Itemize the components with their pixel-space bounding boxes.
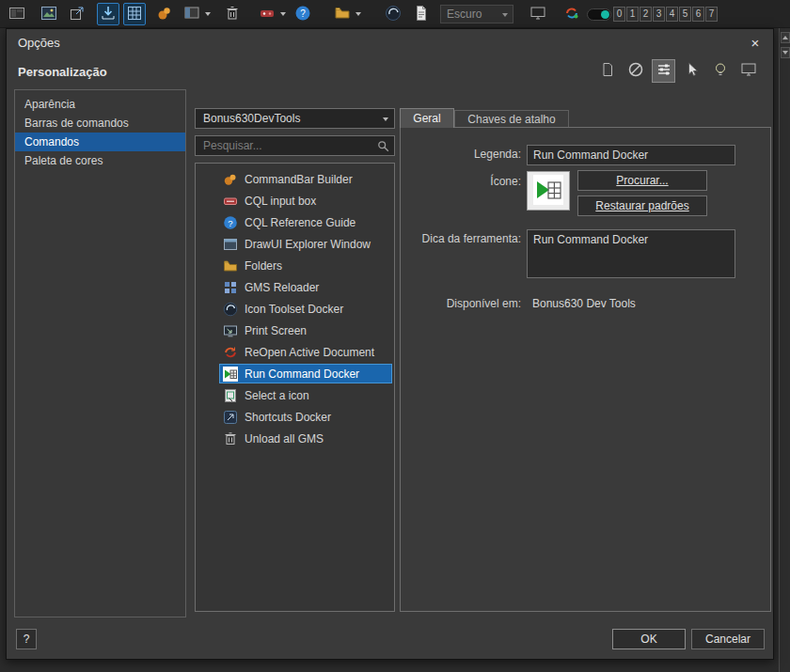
refresh-colorful-icon xyxy=(563,5,580,24)
help-icon: ? xyxy=(294,5,311,24)
dialog-title: Opções xyxy=(18,36,60,50)
monitor-toolbar-button[interactable] xyxy=(527,3,549,25)
profile-button-4[interactable]: 4 xyxy=(666,7,678,22)
list-item[interactable]: Shortcuts Docker xyxy=(196,406,394,428)
document-icon xyxy=(413,5,430,24)
search-input[interactable] xyxy=(196,136,372,155)
search-icon xyxy=(377,140,389,155)
chevron-down-icon xyxy=(383,117,388,121)
cql-tool-button[interactable] xyxy=(256,3,278,25)
trash-icon xyxy=(224,5,241,24)
external-link-icon xyxy=(69,5,86,24)
print-screen-icon xyxy=(223,323,238,338)
delete-button[interactable] xyxy=(221,3,244,25)
list-item[interactable]: CQL input box xyxy=(196,190,394,211)
list-item[interactable]: Select a icon xyxy=(196,384,394,406)
app-scrollbar[interactable] xyxy=(779,28,790,672)
list-item[interactable]: Folders xyxy=(196,255,394,276)
icon-label: Ícone: xyxy=(401,175,521,188)
folder-toolbar-button[interactable] xyxy=(331,3,354,25)
icon-toolset-toolbar-button[interactable] xyxy=(382,3,404,25)
profile-button-7[interactable]: 7 xyxy=(705,7,718,22)
monitor-icon xyxy=(740,61,757,81)
legend-field[interactable] xyxy=(527,145,735,165)
document-toolbar-button[interactable] xyxy=(410,3,433,25)
page-tool-button[interactable] xyxy=(595,59,619,83)
tab-geral[interactable]: Geral xyxy=(400,108,454,128)
folder-dropdown-caret[interactable] xyxy=(356,12,361,16)
import-button[interactable] xyxy=(97,3,119,25)
cancel-button[interactable]: Cancelar xyxy=(691,629,765,649)
chevron-down-icon xyxy=(502,13,508,17)
lightbulb-tool-button[interactable] xyxy=(708,59,732,83)
command-category-select[interactable]: Bonus630DevTools xyxy=(195,108,395,129)
block-icon xyxy=(627,61,644,81)
ok-button[interactable]: OK xyxy=(612,629,686,649)
page-icon xyxy=(599,61,616,81)
list-item[interactable]: ?CQL Reference Guide xyxy=(196,211,394,233)
theme-select[interactable]: Escuro xyxy=(440,5,514,23)
sidebar-item-paleta-de-cores[interactable]: Paleta de cores xyxy=(15,151,185,170)
sidebar-item-aparencia[interactable]: Aparência xyxy=(15,95,185,114)
scroll-up-icon[interactable] xyxy=(781,32,790,43)
commandbar-builder-icon xyxy=(223,172,238,187)
sliders-icon xyxy=(656,61,672,81)
command-label: Unload all GMS xyxy=(245,432,324,445)
help-button[interactable]: ? xyxy=(16,629,37,649)
sliders-tool-button[interactable] xyxy=(652,59,675,83)
gms-reloader-icon xyxy=(223,280,238,295)
list-item[interactable]: CommandBar Builder xyxy=(196,168,394,190)
profile-button-3[interactable]: 3 xyxy=(653,7,665,22)
list-item[interactable]: Print Screen xyxy=(196,320,394,341)
icon-preview xyxy=(527,171,570,211)
image-button[interactable] xyxy=(38,3,60,25)
tooltip-label: Dica da ferramenta: xyxy=(401,232,521,245)
layout-button[interactable] xyxy=(181,3,203,25)
grid-docker-button[interactable] xyxy=(123,3,146,25)
profile-button-2[interactable]: 2 xyxy=(640,7,652,22)
theme-toggle[interactable] xyxy=(587,8,611,21)
command-label: Run Command Docker xyxy=(245,367,359,381)
help-toolbar-button[interactable]: ? xyxy=(292,3,314,25)
cursor-tool-button[interactable] xyxy=(680,59,703,83)
block-tool-button[interactable] xyxy=(624,59,647,83)
refresh-toolbar-button[interactable] xyxy=(561,3,583,25)
import-icon xyxy=(100,5,117,24)
restore-defaults-button[interactable]: Restaurar padrões xyxy=(577,195,707,216)
sidebar-item-barras-de-comandos[interactable]: Barras de comandos xyxy=(15,114,185,133)
tooltip-field[interactable]: Run Command Docker xyxy=(527,229,735,278)
browse-button[interactable]: Procurar... xyxy=(577,170,707,191)
cql-tool-dropdown-caret[interactable] xyxy=(280,12,286,16)
command-label: Shortcuts Docker xyxy=(245,411,331,424)
list-item-selected[interactable]: Run Command Docker xyxy=(196,363,394,384)
screen: ? Escuro 0 1 2 3 4 5 6 7 Opções × Person… xyxy=(0,0,790,672)
command-label: ReOpen Active Document xyxy=(245,346,374,359)
tab-chaves-de-atalho[interactable]: Chaves de atalho xyxy=(454,110,569,128)
list-item[interactable]: GMS Reloader xyxy=(196,276,394,298)
profile-button-6[interactable]: 6 xyxy=(692,7,704,22)
scroll-down-icon[interactable] xyxy=(781,47,790,58)
select-icon-icon xyxy=(223,388,238,403)
list-item[interactable]: DrawUI Explorer Window xyxy=(196,233,394,255)
profile-button-5[interactable]: 5 xyxy=(679,7,691,22)
profile-button-1[interactable]: 1 xyxy=(626,7,639,22)
list-item[interactable]: Unload all GMS xyxy=(196,428,394,449)
paint-button[interactable] xyxy=(153,3,176,25)
theme-select-value: Escuro xyxy=(447,8,482,21)
folder-icon xyxy=(334,5,351,24)
folder-icon xyxy=(223,258,238,273)
sidebar-item-comandos[interactable]: Comandos xyxy=(15,133,185,151)
workspace-button[interactable] xyxy=(6,3,28,25)
command-label: GMS Reloader xyxy=(245,281,319,294)
grid-icon xyxy=(126,5,143,24)
image-icon xyxy=(40,5,57,24)
paint-splash-icon xyxy=(156,5,173,24)
monitor-tool-button[interactable] xyxy=(736,59,760,83)
close-icon[interactable]: × xyxy=(745,33,766,54)
layout-dropdown-caret[interactable] xyxy=(205,12,211,16)
list-item[interactable]: ReOpen Active Document xyxy=(196,341,394,363)
profile-button-0[interactable]: 0 xyxy=(613,7,625,22)
command-label: Print Screen xyxy=(245,324,307,337)
external-link-button[interactable] xyxy=(66,3,88,25)
list-item[interactable]: Icon Toolset Docker xyxy=(196,298,394,320)
